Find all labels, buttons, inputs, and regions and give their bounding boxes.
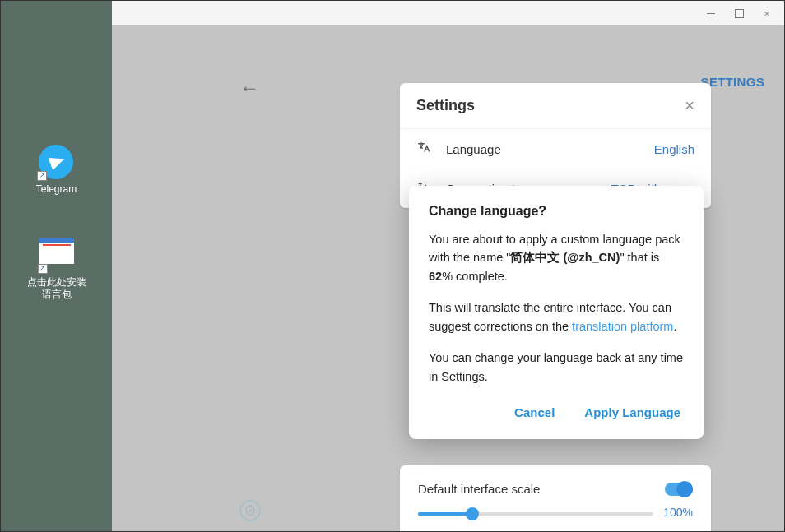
row-label: Language	[446, 142, 641, 156]
scale-value: 100%	[663, 506, 693, 519]
app-body: ← SETTINGS Settings × Language English	[112, 25, 784, 531]
back-arrow-icon[interactable]: ←	[239, 76, 259, 99]
modal-para-3: You can change your language back at any…	[429, 349, 684, 386]
modal-title: Change language?	[429, 204, 684, 219]
shortcut-arrow-icon: ↗	[37, 171, 47, 181]
modal-para-2: This will translate the entire interface…	[429, 298, 684, 335]
desktop-area: ↗ Telegram ↗ 点击此处安装 语言包	[1, 1, 112, 531]
panel-header: Settings ×	[400, 83, 711, 129]
close-button[interactable]: ×	[755, 3, 779, 23]
maximize-button[interactable]	[727, 3, 751, 23]
cancel-button[interactable]: Cancel	[511, 399, 558, 426]
scale-slider[interactable]: 100%	[418, 512, 653, 516]
close-icon[interactable]: ×	[685, 96, 694, 115]
scale-toggle[interactable]	[665, 483, 693, 496]
desktop-icon-label: 点击此处安装 语言包	[27, 276, 86, 302]
panel-title: Settings	[416, 97, 475, 114]
modal-actions: Cancel Apply Language	[429, 399, 684, 426]
desktop-icon-langpack[interactable]: ↗ 点击此处安装 语言包	[27, 238, 86, 302]
file-icon: ↗	[39, 238, 74, 272]
row-value: English	[654, 142, 694, 156]
settings-row-language[interactable]: Language English	[400, 129, 711, 169]
scale-section: Default interface scale 100%	[400, 465, 711, 531]
slider-handle[interactable]	[466, 507, 479, 520]
scale-label: Default interface scale	[418, 482, 540, 496]
titlebar: ×	[112, 1, 784, 25]
app-window: × ← SETTINGS Settings × Language English	[112, 1, 784, 531]
minimize-button[interactable]	[699, 3, 723, 23]
desktop-icon-telegram[interactable]: ↗ Telegram	[36, 145, 77, 197]
shield-icon[interactable]	[239, 500, 261, 521]
desktop-icon-label: Telegram	[36, 183, 77, 197]
modal-para-1: You are about to apply a custom language…	[429, 230, 684, 285]
change-language-modal: Change language? You are about to apply …	[409, 186, 704, 439]
telegram-icon: ↗	[39, 145, 73, 179]
apply-language-button[interactable]: Apply Language	[581, 399, 684, 426]
pack-name: 简体中文 (@zh_CN)	[510, 251, 620, 264]
modal-body: You are about to apply a custom language…	[429, 230, 684, 386]
language-icon	[416, 141, 433, 158]
shortcut-arrow-icon: ↗	[38, 264, 48, 274]
translation-platform-link[interactable]: translation platform	[572, 320, 673, 333]
screen: ↗ Telegram ↗ 点击此处安装 语言包 × ← SETTINGS	[0, 0, 785, 532]
percent-complete: 62	[429, 270, 442, 283]
